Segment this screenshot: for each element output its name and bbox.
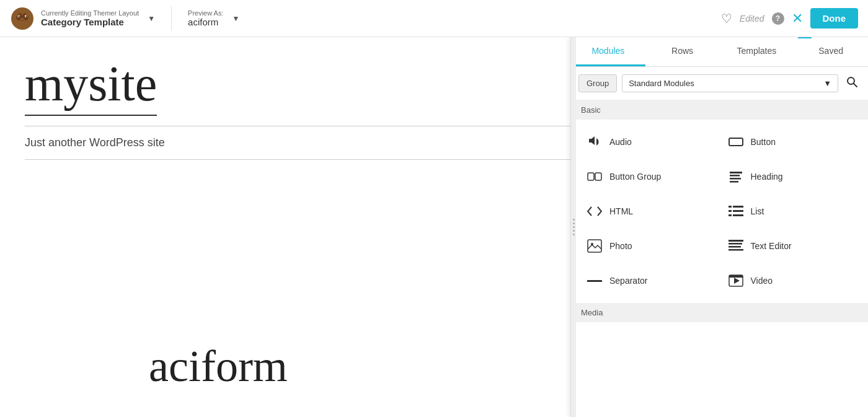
video-label: Video [751,276,773,286]
panel-drag-handle[interactable] [571,37,576,417]
group-select-chevron-icon: ▼ [823,79,831,88]
panel-tabs: Modules Rows Templates Saved [571,37,868,67]
module-video[interactable]: Video [720,263,861,298]
text-editor-label: Text Editor [751,241,792,251]
site-title: mysite [25,56,157,116]
tab-saved[interactable]: Saved [794,37,868,66]
audio-label: Audio [609,137,632,147]
preview-section: Preview As: aciform ▼ [188,9,239,27]
tab-rows[interactable]: Rows [645,37,720,66]
button-group-label: Button Group [609,172,661,182]
tab-modules[interactable]: Modules [571,37,645,66]
help-icon[interactable]: ? [772,12,784,25]
svg-rect-16 [730,175,740,177]
preview-value: aciform [188,17,223,27]
module-separator[interactable]: Separator [578,263,720,298]
module-text-editor[interactable]: Text Editor [720,229,861,263]
svg-rect-28 [728,243,742,245]
logo-icon [10,6,35,31]
svg-rect-23 [728,214,732,216]
drag-dot [573,222,575,224]
top-bar-right: ♡ Edited ? ✕ Done [711,8,868,29]
button-label: Button [751,137,776,147]
section-media-header: Media [571,303,868,322]
preview-label: Preview As: aciform [188,9,223,27]
search-icon[interactable] [843,73,861,94]
tab-templates[interactable]: Templates [720,37,794,66]
svg-rect-31 [587,280,602,282]
svg-rect-18 [730,181,738,183]
list-label: List [751,206,764,216]
divider [171,6,172,31]
template-chevron-icon[interactable]: ▼ [148,14,155,23]
svg-rect-13 [588,173,594,180]
group-select[interactable]: Standard Modules ▼ [622,74,838,92]
preview-chevron-icon[interactable]: ▼ [232,14,240,23]
modules-grid-basic: Audio Button Button G [571,120,868,303]
svg-rect-29 [728,246,741,248]
list-icon [727,203,745,220]
svg-rect-14 [595,173,601,180]
svg-rect-34 [729,275,743,278]
site-content-bottom: aciform [124,316,312,417]
svg-rect-12 [729,138,743,146]
svg-point-5 [19,15,20,17]
video-icon [727,272,745,289]
heading-label: Heading [751,172,783,182]
top-bar-left: Currently Editing Themer Layout Category… [0,6,711,31]
svg-rect-21 [728,210,732,212]
module-audio[interactable]: Audio [578,125,720,159]
audio-icon [586,133,603,151]
group-select-value: Standard Modules [629,79,694,88]
button-group-icon [586,168,603,185]
svg-rect-19 [728,206,732,208]
section-basic-header: Basic [571,100,868,120]
top-bar: Currently Editing Themer Layout Category… [0,0,868,37]
svg-marker-33 [734,278,740,284]
separator-label: Separator [609,276,647,286]
editing-label: Currently Editing Themer Layout [41,9,139,17]
module-button-group[interactable]: Button Group [578,159,720,194]
svg-rect-20 [733,206,743,208]
template-name: Category Template [41,17,139,27]
photo-label: Photo [609,241,632,251]
panel-content: Basic Audio Button [571,100,868,417]
drag-dot [573,226,575,228]
preview-text: Preview As: [188,9,223,17]
photo-icon [586,237,603,255]
module-button[interactable]: Button [720,125,861,159]
html-label: HTML [609,206,633,216]
html-icon [586,203,603,220]
text-editor-icon [727,237,745,255]
close-button[interactable]: ✕ [792,12,803,25]
drag-dot [573,219,575,221]
svg-rect-25 [588,240,601,252]
panel-toolbar: Group Standard Modules ▼ [571,67,868,100]
svg-line-11 [854,84,857,87]
module-photo[interactable]: Photo [578,229,720,263]
button-icon [727,133,745,151]
drag-dot [573,234,575,235]
module-list[interactable]: List [720,194,861,229]
done-button[interactable]: Done [810,8,859,29]
edited-status: Edited [740,14,764,24]
editing-info: Currently Editing Themer Layout Category… [41,9,139,27]
svg-rect-22 [733,210,743,212]
svg-rect-27 [728,240,743,242]
bell-icon[interactable]: ♡ [721,11,732,26]
svg-rect-30 [728,249,743,251]
separator-icon [586,272,603,289]
svg-rect-24 [733,214,743,216]
svg-rect-17 [730,178,741,180]
modules-panel: Modules Rows Templates Saved Group Stand… [570,37,868,417]
module-heading[interactable]: Heading [720,159,861,194]
group-label[interactable]: Group [578,74,617,92]
heading-icon [727,168,745,185]
drag-dot [573,230,575,232]
svg-rect-15 [730,172,742,173]
module-html[interactable]: HTML [578,194,720,229]
